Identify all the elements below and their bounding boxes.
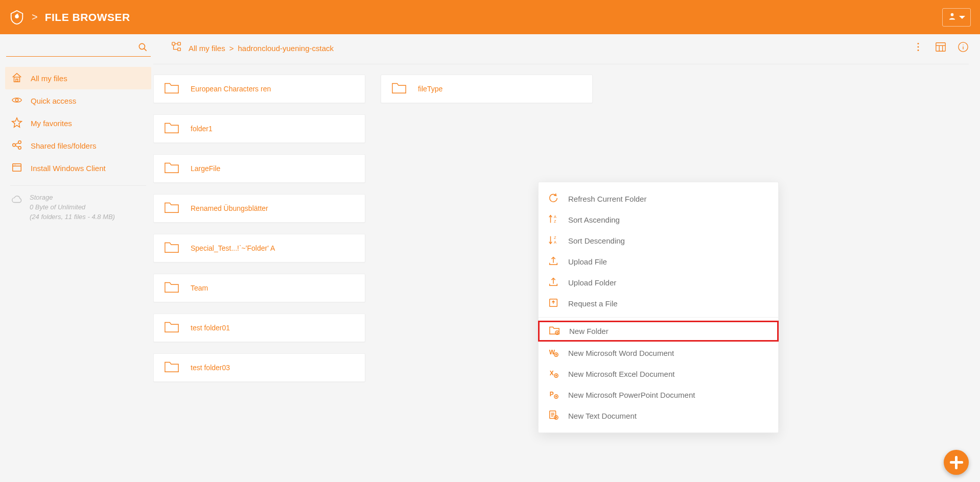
context-menu-item[interactable]: Upload Folder: [539, 272, 778, 293]
user-menu-button[interactable]: [942, 8, 971, 27]
star-icon: [11, 117, 22, 130]
sidebar-item-eye[interactable]: Quick access: [5, 89, 151, 112]
storage-info: Storage 0 Byte of Unlimited (24 folders,…: [5, 193, 151, 222]
svg-point-27: [14, 164, 14, 165]
svg-point-28: [15, 164, 16, 165]
new-folder-icon: [549, 325, 560, 338]
context-menu-item[interactable]: New Folder: [538, 321, 779, 342]
sidebar-item-window[interactable]: Install Windows Client: [5, 157, 151, 179]
sidebar-item-share[interactable]: Shared files/folders: [5, 134, 151, 157]
context-menu-item[interactable]: WNew Microsoft Word Document: [539, 343, 778, 364]
context-menu-item[interactable]: PNew Microsoft PowerPoint Document: [539, 384, 778, 405]
folder-icon: [164, 240, 179, 256]
folder-label: LargeFile: [191, 164, 220, 173]
svg-line-23: [15, 142, 18, 144]
folder-label: European Characters ren: [191, 85, 271, 93]
ppt-icon: P: [548, 389, 559, 401]
home-icon: [11, 72, 22, 85]
sidebar-item-label: Quick access: [31, 97, 76, 105]
sidebar-item-star[interactable]: My favorites: [5, 112, 151, 134]
sidebar-item-label: My favorites: [31, 119, 72, 128]
word-icon: W: [548, 347, 559, 359]
context-menu-separator: [539, 317, 778, 318]
cloud-icon: [11, 193, 22, 208]
context-menu-item[interactable]: Request a File: [539, 293, 778, 314]
more-options-icon[interactable]: [913, 41, 924, 55]
content: All my filesQuick accessMy favoritesShar…: [0, 62, 980, 482]
share-icon: [11, 139, 22, 152]
header-separator: >: [32, 11, 38, 23]
svg-rect-4: [172, 42, 175, 45]
svg-point-19: [15, 99, 18, 102]
svg-point-2: [139, 43, 145, 49]
svg-rect-10: [936, 43, 945, 52]
folder-icon: [164, 161, 179, 176]
context-menu: Refresh Current FolderAZSort AscendingZA…: [538, 182, 779, 433]
svg-point-1: [951, 13, 954, 16]
context-menu-label: New Text Document: [568, 412, 637, 420]
add-fab-button[interactable]: [944, 450, 969, 475]
app-logo-icon: [9, 10, 25, 25]
folder-card[interactable]: fileType: [381, 75, 593, 103]
app-header: > FILE BROWSER: [0, 0, 980, 34]
chevron-down-icon: [959, 16, 965, 19]
folder-label: Team: [191, 284, 208, 292]
folder-card[interactable]: Renamed Übungsblätter: [153, 194, 365, 223]
folder-card[interactable]: LargeFile: [153, 154, 365, 183]
folder-card[interactable]: Special_Test...!`~'Folder' A: [153, 234, 365, 262]
tree-view-icon[interactable]: [171, 41, 182, 55]
context-menu-label: Upload File: [568, 257, 607, 266]
context-menu-label: New Microsoft Word Document: [568, 349, 674, 357]
svg-rect-6: [178, 48, 181, 51]
sidebar-item-home[interactable]: All my files: [5, 67, 151, 89]
svg-point-7: [918, 43, 919, 44]
folder-card[interactable]: test folder03: [153, 353, 365, 382]
request-icon: [548, 297, 559, 310]
context-menu-item[interactable]: Refresh Current Folder: [539, 188, 778, 209]
folder-card[interactable]: folder1: [153, 114, 365, 143]
search-input[interactable]: [6, 39, 151, 56]
svg-point-9: [918, 50, 919, 51]
breadcrumb: All my files > hadroncloud-yuening-cstac…: [189, 44, 334, 53]
svg-line-24: [15, 146, 18, 147]
folder-icon: [164, 280, 179, 296]
breadcrumb-item[interactable]: All my files: [189, 44, 225, 53]
excel-icon: X: [548, 368, 559, 380]
folder-label: folder1: [191, 125, 213, 133]
svg-rect-17: [14, 77, 20, 82]
svg-text:P: P: [550, 391, 554, 398]
storage-line2: (24 folders, 11 files - 4.8 MB): [30, 212, 115, 222]
context-menu-item[interactable]: Upload File: [539, 251, 778, 272]
grid-view-icon[interactable]: [935, 41, 946, 55]
context-menu-item[interactable]: New Text Document: [539, 405, 778, 426]
svg-rect-18: [16, 79, 18, 82]
toolbar: All my files > hadroncloud-yuening-cstac…: [0, 34, 980, 62]
page-title: FILE BROWSER: [45, 11, 130, 23]
sort-asc-icon: AZ: [548, 213, 559, 226]
folder-card[interactable]: test folder01: [153, 314, 365, 342]
svg-line-3: [144, 49, 147, 51]
context-menu-label: Sort Ascending: [568, 215, 620, 224]
folder-icon: [164, 81, 179, 97]
folder-label: Special_Test...!`~'Folder' A: [191, 244, 275, 252]
info-icon[interactable]: [958, 41, 969, 55]
svg-rect-5: [178, 42, 181, 45]
context-menu-label: New Microsoft PowerPoint Document: [568, 391, 695, 399]
context-menu-label: Refresh Current Folder: [568, 195, 646, 203]
folder-card[interactable]: Team: [153, 274, 365, 302]
search-icon[interactable]: [138, 42, 148, 54]
user-icon: [948, 12, 956, 22]
svg-text:A: A: [554, 240, 556, 245]
sidebar-item-label: All my files: [31, 74, 67, 83]
folder-card[interactable]: European Characters ren: [153, 75, 365, 103]
context-menu-item[interactable]: AZSort Ascending: [539, 209, 778, 230]
folder-label: fileType: [418, 85, 442, 93]
breadcrumb-item[interactable]: hadroncloud-yuening-cstack: [238, 44, 334, 53]
context-menu-item[interactable]: XNew Microsoft Excel Document: [539, 364, 778, 384]
context-menu-label: New Folder: [569, 327, 609, 335]
svg-point-8: [918, 46, 919, 48]
svg-point-20: [13, 143, 16, 147]
eye-icon: [11, 94, 22, 107]
context-menu-item[interactable]: ZASort Descending: [539, 230, 778, 251]
svg-rect-25: [13, 163, 21, 171]
